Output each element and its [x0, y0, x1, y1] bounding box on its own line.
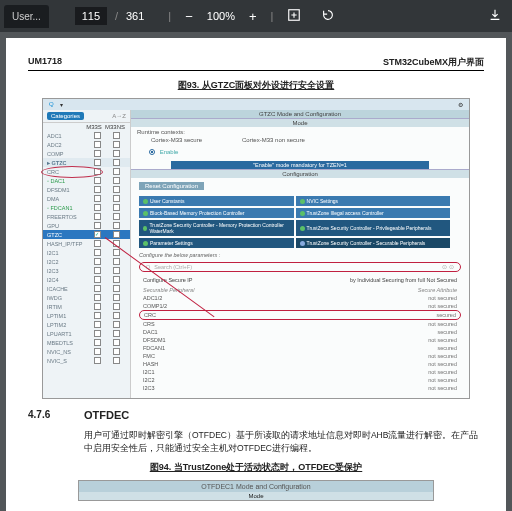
fit-page-icon[interactable] — [281, 6, 307, 27]
section-title: OTFDEC — [84, 409, 129, 421]
col-m33s: M33S — [84, 124, 104, 130]
peripheral-row: MBEDTLS — [43, 338, 130, 347]
page-separator: / — [115, 10, 118, 22]
section-paragraph: 用户可通过即时解密引擎（OTFDEC）基于所读取的请求地址信息对即时AHB流量进… — [84, 429, 484, 455]
secure-row: I2C1not secured — [143, 368, 457, 376]
secure-row: CRCsecured — [139, 310, 461, 320]
cm33-secure-label: Cortex-M33 secure — [151, 137, 202, 143]
otfdec-mode: Mode — [79, 492, 433, 500]
secure-row: COMP1/2not secured — [143, 302, 457, 310]
enable-radio — [149, 149, 155, 155]
secure-attr-label: Secure Attribute — [418, 287, 457, 293]
peripheral-list: ADC1ADC2COMP▸ GTZCCRC◦ DAC1DFSDM1DMA◦ FD… — [43, 131, 130, 365]
figure-94-caption: 图94. 当TrustZone处于活动状态时，OTFDEC受保护 — [28, 461, 484, 474]
config-subtitle: Configure the below parameters : — [131, 250, 469, 260]
mode-header: Mode — [131, 118, 469, 127]
config-tab: User Constants — [139, 196, 294, 206]
cm33-nonsecure-label: Cortex-M33 non secure — [242, 137, 305, 143]
peripheral-row: ◦ DAC1 — [43, 176, 130, 185]
peripheral-row: ICACHE — [43, 284, 130, 293]
pdf-toolbar: User... / 361 | − 100% + | — [0, 0, 512, 32]
figure-93-caption: 图93. 从GTZC面板对外设进行安全设置 — [28, 79, 484, 92]
secure-ip-desc: by Individual Securing from full Not Sec… — [350, 277, 457, 283]
download-icon[interactable] — [482, 6, 508, 27]
peripheral-row: I2C2 — [43, 257, 130, 266]
section-number: 4.7.6 — [28, 409, 70, 421]
peripheral-row: LPTIM1 — [43, 311, 130, 320]
secure-ip-label: Configure Secure IP — [143, 277, 350, 283]
param-search-box: Q Search (Ctrl+F) ⊙ ⊙ — [139, 262, 461, 272]
secure-row: FDCAN1secured — [143, 344, 457, 352]
gtzc-header: GTZC Mode and Configuration — [131, 110, 469, 118]
peripheral-row: ▸ GTZC — [43, 158, 130, 167]
peripheral-row: IRTIM — [43, 302, 130, 311]
mandatory-banner: "Enable" mode mandatory for TZEN=1 — [171, 161, 429, 169]
securable-periph-label: Securable Peripheral — [143, 287, 418, 293]
peripheral-row: NVIC_S — [43, 356, 130, 365]
col-m33ns: M33NS — [104, 124, 126, 130]
peripheral-row: CRC — [43, 167, 130, 176]
peripheral-row: I2C3 — [43, 266, 130, 275]
config-tab: Block-Based Memory Protection Controller — [139, 208, 294, 218]
zoom-out-button[interactable]: − — [179, 7, 199, 26]
sort-az: A→Z — [112, 113, 126, 119]
peripheral-row: GPU — [43, 221, 130, 230]
search-icon: Q — [49, 101, 54, 108]
document-tab[interactable]: User... — [4, 5, 49, 28]
secure-row: FMCnot secured — [143, 352, 457, 360]
config-tab: NVIC Settings — [296, 196, 451, 206]
categories-panel: Categories A→Z M33S M33NS ADC1ADC2COMP▸ … — [43, 110, 131, 398]
peripheral-row: DMA — [43, 194, 130, 203]
peripheral-row: GTZC — [43, 230, 130, 239]
peripheral-row: NVIC_NS — [43, 347, 130, 356]
secure-row: DFSDM1not secured — [143, 336, 457, 344]
config-tab: TrustZone Security Controller - Privileg… — [296, 220, 451, 236]
config-tab: TrustZone Security Controller - Memory P… — [139, 220, 294, 236]
page-total: 361 — [126, 10, 144, 22]
enable-label: Enable — [160, 149, 179, 155]
peripheral-row: LPUART1 — [43, 329, 130, 338]
peripheral-row: FREERTOS — [43, 212, 130, 221]
config-tabs: User ConstantsNVIC SettingsBlock-Based M… — [131, 194, 469, 250]
config-panel: GTZC Mode and Configuration Mode Runtime… — [131, 110, 469, 398]
peripheral-row: COMP — [43, 149, 130, 158]
figure-93: Q ▾ ⚙ Categories A→Z M33S M33NS ADC1ADC2… — [42, 98, 470, 399]
doc-title: STM32CubeMX用户界面 — [383, 56, 484, 69]
config-tab: TrustZone Security Controller - Securabl… — [296, 238, 451, 248]
secure-row: DAC1secured — [143, 328, 457, 336]
peripheral-row: I2C4 — [43, 275, 130, 284]
peripheral-row: LPTIM2 — [43, 320, 130, 329]
page-number-input[interactable] — [75, 7, 107, 25]
figure-94: OTFDEC1 Mode and Configuration Mode — [78, 480, 434, 501]
zoom-level: 100% — [207, 10, 235, 22]
secure-table: ADC1/2not securedCOMP1/2not securedCRCse… — [131, 294, 469, 398]
pdf-page: UM1718 STM32CubeMX用户界面 图93. 从GTZC面板对外设进行… — [6, 38, 506, 511]
zoom-in-button[interactable]: + — [243, 7, 263, 26]
configuration-header: Configuration — [131, 169, 469, 178]
categories-button: Categories — [47, 112, 84, 120]
search-field: ▾ — [60, 101, 63, 108]
config-tab: Parameter Settings — [139, 238, 294, 248]
secure-row: I2C3not secured — [143, 384, 457, 392]
peripheral-row: ◦ FDCAN1 — [43, 203, 130, 212]
rotate-icon[interactable] — [315, 6, 341, 27]
search-nav: ⊙ ⊙ — [442, 264, 454, 270]
peripheral-row: DFSDM1 — [43, 185, 130, 194]
peripheral-row: I2C1 — [43, 248, 130, 257]
runtime-contexts-label: Runtime contexts: — [131, 127, 469, 137]
reset-config-button: Reset Configuration — [139, 182, 204, 190]
doc-id: UM1718 — [28, 56, 62, 66]
search-placeholder: Search (Ctrl+F) — [154, 264, 192, 270]
gear-icon: ⚙ — [458, 101, 463, 108]
peripheral-row: IWDG — [43, 293, 130, 302]
peripheral-row: ADC1 — [43, 131, 130, 140]
peripheral-row: ADC2 — [43, 140, 130, 149]
otfdec-header: OTFDEC1 Mode and Configuration — [79, 481, 433, 492]
secure-row: CRSnot secured — [143, 320, 457, 328]
secure-row: I2C2not secured — [143, 376, 457, 384]
config-tab: TrustZone Illegal access Controller — [296, 208, 451, 218]
secure-row: HASHnot secured — [143, 360, 457, 368]
